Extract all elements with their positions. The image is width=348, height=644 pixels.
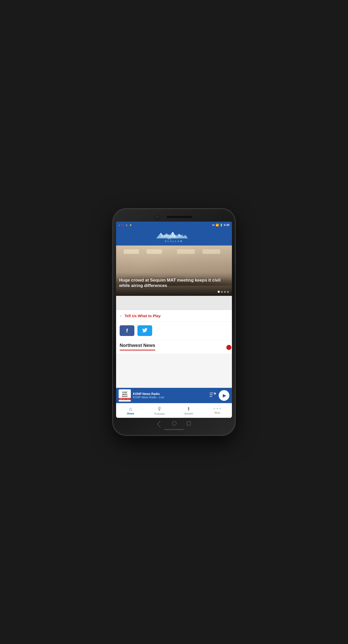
- svg-rect-10: [210, 393, 214, 393]
- news-section: Northwest News: [116, 340, 232, 354]
- svg-marker-4: [171, 232, 174, 234]
- social-row: f: [116, 322, 232, 340]
- twitter-button[interactable]: [137, 325, 152, 336]
- ceiling-light-1: [124, 249, 139, 254]
- bottom-indicator-bar: [164, 429, 184, 430]
- flash-status-icon: ⚡: [129, 224, 132, 226]
- facebook-icon: f: [126, 328, 128, 334]
- front-camera: [156, 215, 159, 219]
- logo-subtext: Clallam: [154, 240, 194, 242]
- spacer: [116, 354, 232, 364]
- player-info: KONP News Radio KONP News Radio - Live: [133, 392, 208, 399]
- hero-dot-3[interactable]: [224, 291, 226, 293]
- hero-dot-2[interactable]: [221, 291, 223, 293]
- ceiling-light-2: [147, 249, 162, 254]
- app-logo: RADIO PACIFIC NC Clallam: [154, 230, 194, 242]
- more-label: More: [215, 411, 220, 414]
- player-logo-band: 1450 101.7 101.3: [119, 398, 131, 400]
- news-badge: [226, 345, 231, 350]
- player-logo-freq: 1450 101.7 101.3: [119, 398, 130, 400]
- nav-more[interactable]: • • • More: [203, 403, 232, 418]
- svg-marker-11: [214, 392, 216, 395]
- uploads-label: Uploads: [184, 412, 193, 415]
- player-logo-radio: RADIO: [122, 395, 128, 397]
- hero-overlay: Huge crowd at Sequim MAT meeting keeps i…: [116, 272, 232, 296]
- warning-status-icon: ⚠: [125, 224, 128, 226]
- app-header: RADIO PACIFIC NC Clallam: [116, 228, 232, 246]
- twitter-icon: [142, 328, 147, 333]
- news-section-title: Northwest News: [120, 343, 155, 350]
- svg-rect-13: [210, 396, 212, 397]
- ad-placeholder: [116, 296, 232, 310]
- hero-dots: [218, 291, 229, 293]
- podcasts-label: Podcasts: [154, 412, 165, 415]
- ceiling-light-3: [177, 249, 195, 254]
- player-live-label: KONP News Radio - Live: [133, 396, 208, 399]
- logo-svg: RADIO PACIFIC NC: [154, 230, 194, 240]
- notification-status-icon: 🚫: [121, 224, 124, 226]
- mute-button[interactable]: [112, 242, 113, 251]
- volume-up-button[interactable]: [112, 253, 113, 266]
- status-bar: ♪ 🚫 ⚠ ⚡ ▾▾ 📶 🔋 5:30: [116, 222, 232, 228]
- podcasts-icon: 🎙: [157, 406, 162, 412]
- tell-us-row[interactable]: ♪ Tell Us What to Play: [116, 310, 232, 322]
- player-station-name: KONP News Radio: [133, 392, 208, 396]
- home-icon: ⌂: [129, 406, 132, 412]
- facebook-button[interactable]: f: [120, 325, 134, 336]
- bottom-nav: ⌂ Home 🎙 Podcasts ⬆ Uploads • • • More: [116, 403, 232, 418]
- status-bar-right: ▾▾ 📶 🔋 5:30: [212, 223, 229, 226]
- player-bar[interactable]: KONP NEWS RADIO 1450 101.7 101.3 KONP Ne…: [116, 388, 232, 403]
- svg-text:RADIO: RADIO: [161, 235, 171, 237]
- phone-top-bezel: [116, 213, 232, 221]
- time-display: 5:30: [224, 223, 229, 226]
- status-bar-left: ♪ 🚫 ⚠ ⚡: [119, 224, 132, 226]
- hero-dot-4[interactable]: [227, 291, 229, 293]
- hero-title: Huge crowd at Sequim MAT meeting keeps i…: [119, 278, 229, 288]
- tell-us-label: Tell Us What to Play: [124, 314, 161, 318]
- svg-text:NC: NC: [168, 238, 172, 240]
- ceiling-light-4: [202, 249, 220, 254]
- android-nav-bar: [157, 419, 191, 427]
- wifi-icon: ▾▾: [212, 224, 215, 226]
- volume-down-button[interactable]: [112, 269, 113, 281]
- signal-icon: 📶: [216, 224, 219, 226]
- nav-uploads[interactable]: ⬆ Uploads: [174, 403, 203, 418]
- player-logo-news: NEWS: [122, 393, 128, 395]
- battery-icon: 🔋: [220, 224, 223, 226]
- svg-rect-12: [210, 394, 213, 395]
- power-button[interactable]: [235, 250, 236, 265]
- uploads-icon: ⬆: [187, 406, 191, 412]
- player-logo: KONP NEWS RADIO 1450 101.7 101.3: [119, 389, 131, 402]
- content-area[interactable]: ♪ Tell Us What to Play f Northw: [116, 296, 232, 388]
- phone-device: ♪ 🚫 ⚠ ⚡ ▾▾ 📶 🔋 5:30: [113, 209, 235, 435]
- hero-dot-1[interactable]: [218, 291, 220, 293]
- hero-section[interactable]: Huge crowd at Sequim MAT meeting keeps i…: [116, 246, 232, 296]
- earpiece-speaker: [167, 216, 192, 218]
- music-status-icon: ♪: [119, 224, 120, 226]
- nav-home[interactable]: ⌂ Home: [116, 403, 145, 418]
- recents-button[interactable]: [187, 421, 191, 425]
- svg-text:PACIFIC: PACIFIC: [172, 235, 184, 237]
- more-icon: • • •: [214, 407, 221, 410]
- player-logo-konp: KONP: [122, 391, 128, 393]
- play-icon: ▶: [223, 393, 226, 398]
- player-controls: ▶: [210, 390, 229, 401]
- back-button[interactable]: [157, 421, 163, 427]
- nav-podcasts[interactable]: 🎙 Podcasts: [145, 403, 174, 418]
- android-home-button[interactable]: [172, 421, 177, 426]
- playlist-icon[interactable]: [210, 392, 216, 399]
- music-note-icon: ♪: [120, 313, 122, 318]
- play-button[interactable]: ▶: [219, 390, 229, 401]
- phone-screen: ♪ 🚫 ⚠ ⚡ ▾▾ 📶 🔋 5:30: [116, 222, 232, 418]
- home-label: Home: [127, 412, 134, 415]
